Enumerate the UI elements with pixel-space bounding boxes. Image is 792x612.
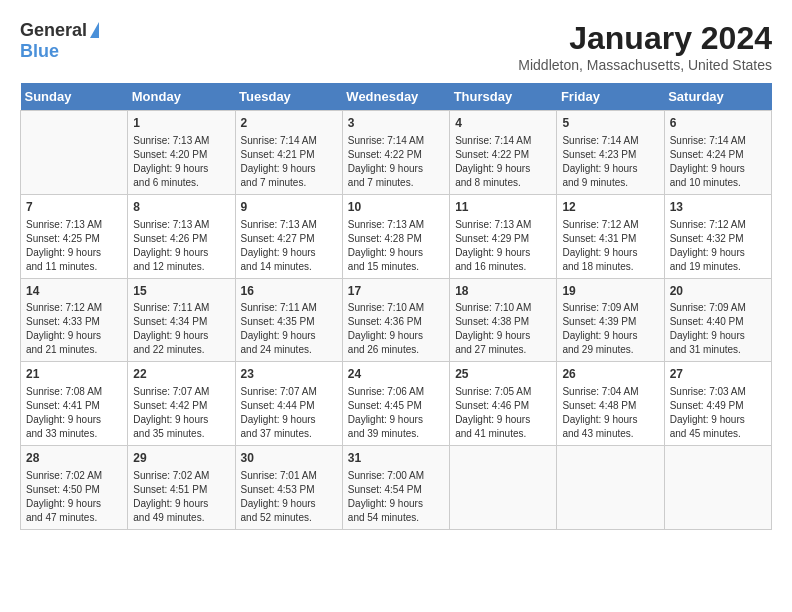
day-info: Sunrise: 7:14 AM Sunset: 4:24 PM Dayligh… (670, 134, 766, 190)
calendar-cell: 2Sunrise: 7:14 AM Sunset: 4:21 PM Daylig… (235, 111, 342, 195)
day-info: Sunrise: 7:10 AM Sunset: 4:36 PM Dayligh… (348, 301, 444, 357)
day-number: 10 (348, 199, 444, 216)
day-number: 26 (562, 366, 658, 383)
day-number: 28 (26, 450, 122, 467)
day-number: 17 (348, 283, 444, 300)
column-header-monday: Monday (128, 83, 235, 111)
day-number: 21 (26, 366, 122, 383)
calendar-cell: 11Sunrise: 7:13 AM Sunset: 4:29 PM Dayli… (450, 194, 557, 278)
calendar-cell (21, 111, 128, 195)
day-number: 2 (241, 115, 337, 132)
column-header-tuesday: Tuesday (235, 83, 342, 111)
calendar-cell: 17Sunrise: 7:10 AM Sunset: 4:36 PM Dayli… (342, 278, 449, 362)
column-header-thursday: Thursday (450, 83, 557, 111)
day-number: 18 (455, 283, 551, 300)
day-info: Sunrise: 7:07 AM Sunset: 4:42 PM Dayligh… (133, 385, 229, 441)
calendar-week-row: 7Sunrise: 7:13 AM Sunset: 4:25 PM Daylig… (21, 194, 772, 278)
day-info: Sunrise: 7:13 AM Sunset: 4:28 PM Dayligh… (348, 218, 444, 274)
calendar-cell: 31Sunrise: 7:00 AM Sunset: 4:54 PM Dayli… (342, 446, 449, 530)
calendar-cell: 3Sunrise: 7:14 AM Sunset: 4:22 PM Daylig… (342, 111, 449, 195)
day-info: Sunrise: 7:11 AM Sunset: 4:34 PM Dayligh… (133, 301, 229, 357)
day-number: 9 (241, 199, 337, 216)
calendar-week-row: 21Sunrise: 7:08 AM Sunset: 4:41 PM Dayli… (21, 362, 772, 446)
day-info: Sunrise: 7:02 AM Sunset: 4:51 PM Dayligh… (133, 469, 229, 525)
day-info: Sunrise: 7:05 AM Sunset: 4:46 PM Dayligh… (455, 385, 551, 441)
calendar-cell (664, 446, 771, 530)
calendar-cell: 23Sunrise: 7:07 AM Sunset: 4:44 PM Dayli… (235, 362, 342, 446)
calendar-cell: 24Sunrise: 7:06 AM Sunset: 4:45 PM Dayli… (342, 362, 449, 446)
calendar-cell: 27Sunrise: 7:03 AM Sunset: 4:49 PM Dayli… (664, 362, 771, 446)
day-info: Sunrise: 7:09 AM Sunset: 4:40 PM Dayligh… (670, 301, 766, 357)
day-number: 3 (348, 115, 444, 132)
day-info: Sunrise: 7:13 AM Sunset: 4:29 PM Dayligh… (455, 218, 551, 274)
calendar-cell: 4Sunrise: 7:14 AM Sunset: 4:22 PM Daylig… (450, 111, 557, 195)
calendar-cell: 9Sunrise: 7:13 AM Sunset: 4:27 PM Daylig… (235, 194, 342, 278)
day-info: Sunrise: 7:12 AM Sunset: 4:31 PM Dayligh… (562, 218, 658, 274)
day-info: Sunrise: 7:07 AM Sunset: 4:44 PM Dayligh… (241, 385, 337, 441)
logo: General Blue (20, 20, 99, 62)
day-number: 7 (26, 199, 122, 216)
day-info: Sunrise: 7:09 AM Sunset: 4:39 PM Dayligh… (562, 301, 658, 357)
day-info: Sunrise: 7:14 AM Sunset: 4:21 PM Dayligh… (241, 134, 337, 190)
column-header-saturday: Saturday (664, 83, 771, 111)
location-subtitle: Middleton, Massachusetts, United States (518, 57, 772, 73)
day-number: 27 (670, 366, 766, 383)
calendar-cell: 19Sunrise: 7:09 AM Sunset: 4:39 PM Dayli… (557, 278, 664, 362)
calendar-header-row: SundayMondayTuesdayWednesdayThursdayFrid… (21, 83, 772, 111)
day-info: Sunrise: 7:01 AM Sunset: 4:53 PM Dayligh… (241, 469, 337, 525)
day-info: Sunrise: 7:13 AM Sunset: 4:25 PM Dayligh… (26, 218, 122, 274)
calendar-cell: 22Sunrise: 7:07 AM Sunset: 4:42 PM Dayli… (128, 362, 235, 446)
calendar-week-row: 28Sunrise: 7:02 AM Sunset: 4:50 PM Dayli… (21, 446, 772, 530)
calendar-cell: 5Sunrise: 7:14 AM Sunset: 4:23 PM Daylig… (557, 111, 664, 195)
day-number: 6 (670, 115, 766, 132)
calendar-week-row: 14Sunrise: 7:12 AM Sunset: 4:33 PM Dayli… (21, 278, 772, 362)
calendar-cell: 1Sunrise: 7:13 AM Sunset: 4:20 PM Daylig… (128, 111, 235, 195)
day-info: Sunrise: 7:12 AM Sunset: 4:33 PM Dayligh… (26, 301, 122, 357)
day-number: 1 (133, 115, 229, 132)
day-info: Sunrise: 7:14 AM Sunset: 4:22 PM Dayligh… (455, 134, 551, 190)
day-number: 8 (133, 199, 229, 216)
calendar-cell: 20Sunrise: 7:09 AM Sunset: 4:40 PM Dayli… (664, 278, 771, 362)
calendar-cell (557, 446, 664, 530)
day-number: 11 (455, 199, 551, 216)
calendar-cell (450, 446, 557, 530)
day-info: Sunrise: 7:14 AM Sunset: 4:23 PM Dayligh… (562, 134, 658, 190)
title-block: January 2024 Middleton, Massachusetts, U… (518, 20, 772, 73)
day-info: Sunrise: 7:12 AM Sunset: 4:32 PM Dayligh… (670, 218, 766, 274)
day-number: 16 (241, 283, 337, 300)
calendar-cell: 12Sunrise: 7:12 AM Sunset: 4:31 PM Dayli… (557, 194, 664, 278)
calendar-cell: 8Sunrise: 7:13 AM Sunset: 4:26 PM Daylig… (128, 194, 235, 278)
day-info: Sunrise: 7:14 AM Sunset: 4:22 PM Dayligh… (348, 134, 444, 190)
day-info: Sunrise: 7:13 AM Sunset: 4:26 PM Dayligh… (133, 218, 229, 274)
day-number: 24 (348, 366, 444, 383)
day-number: 23 (241, 366, 337, 383)
logo-blue-text: Blue (20, 41, 59, 62)
calendar-cell: 6Sunrise: 7:14 AM Sunset: 4:24 PM Daylig… (664, 111, 771, 195)
page-header: General Blue January 2024 Middleton, Mas… (20, 20, 772, 73)
logo-general-text: General (20, 20, 87, 41)
calendar-week-row: 1Sunrise: 7:13 AM Sunset: 4:20 PM Daylig… (21, 111, 772, 195)
day-number: 31 (348, 450, 444, 467)
calendar-cell: 28Sunrise: 7:02 AM Sunset: 4:50 PM Dayli… (21, 446, 128, 530)
column-header-sunday: Sunday (21, 83, 128, 111)
day-number: 20 (670, 283, 766, 300)
calendar-table: SundayMondayTuesdayWednesdayThursdayFrid… (20, 83, 772, 530)
calendar-cell: 18Sunrise: 7:10 AM Sunset: 4:38 PM Dayli… (450, 278, 557, 362)
day-number: 4 (455, 115, 551, 132)
day-number: 22 (133, 366, 229, 383)
day-info: Sunrise: 7:03 AM Sunset: 4:49 PM Dayligh… (670, 385, 766, 441)
day-number: 12 (562, 199, 658, 216)
day-info: Sunrise: 7:02 AM Sunset: 4:50 PM Dayligh… (26, 469, 122, 525)
calendar-cell: 29Sunrise: 7:02 AM Sunset: 4:51 PM Dayli… (128, 446, 235, 530)
day-number: 19 (562, 283, 658, 300)
day-info: Sunrise: 7:11 AM Sunset: 4:35 PM Dayligh… (241, 301, 337, 357)
day-info: Sunrise: 7:08 AM Sunset: 4:41 PM Dayligh… (26, 385, 122, 441)
day-number: 13 (670, 199, 766, 216)
calendar-cell: 30Sunrise: 7:01 AM Sunset: 4:53 PM Dayli… (235, 446, 342, 530)
day-info: Sunrise: 7:04 AM Sunset: 4:48 PM Dayligh… (562, 385, 658, 441)
column-header-wednesday: Wednesday (342, 83, 449, 111)
calendar-cell: 14Sunrise: 7:12 AM Sunset: 4:33 PM Dayli… (21, 278, 128, 362)
day-number: 30 (241, 450, 337, 467)
day-number: 29 (133, 450, 229, 467)
calendar-cell: 26Sunrise: 7:04 AM Sunset: 4:48 PM Dayli… (557, 362, 664, 446)
